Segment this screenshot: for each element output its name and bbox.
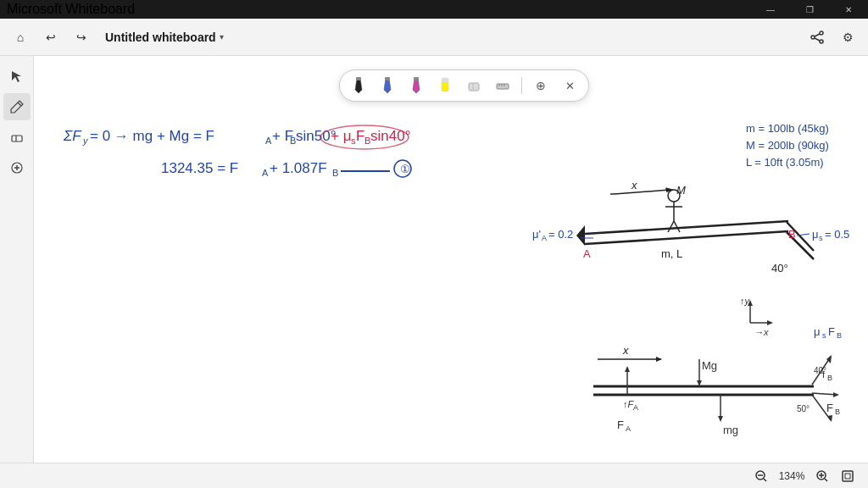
- svg-text:F: F: [826, 402, 833, 414]
- ruler-button[interactable]: [491, 74, 515, 97]
- svg-text:μ': μ': [532, 228, 541, 241]
- zoom-in-button[interactable]: [812, 466, 832, 486]
- svg-line-3: [815, 34, 820, 36]
- svg-text:F: F: [828, 325, 835, 338]
- svg-line-45: [615, 190, 670, 194]
- close-button[interactable]: ✕: [829, 0, 868, 19]
- svg-rect-108: [497, 84, 509, 89]
- whiteboard-title: Untitled whiteboard: [105, 30, 216, 44]
- svg-text:A: A: [262, 168, 269, 178]
- svg-text:+ μ: + μ: [331, 128, 351, 144]
- svg-text:ΣF: ΣF: [63, 128, 82, 144]
- svg-text:B: B: [837, 331, 842, 340]
- svg-text:x: x: [622, 344, 629, 357]
- whiteboard-canvas[interactable]: ΣF y = 0 → mg + Mg = F A + F B sin50° + …: [34, 56, 868, 463]
- title-area[interactable]: Untitled whiteboard ▾: [105, 30, 224, 44]
- main-toolbar: ⌂ ↩ ↪ Untitled whiteboard ▾ ⚙: [0, 19, 868, 56]
- share-button[interactable]: [804, 24, 831, 51]
- svg-text:B: B: [827, 374, 832, 382]
- svg-line-4: [815, 38, 820, 41]
- svg-rect-103: [414, 77, 419, 80]
- svg-text:B: B: [835, 408, 840, 416]
- svg-rect-119: [843, 471, 853, 481]
- svg-rect-106: [469, 83, 479, 91]
- svg-marker-83: [625, 366, 630, 372]
- svg-rect-6: [12, 136, 22, 141]
- settings-button[interactable]: ⚙: [834, 24, 861, 51]
- svg-text:s: s: [819, 234, 823, 242]
- pen-toolbar: ⊕ ✕: [339, 69, 589, 102]
- svg-rect-102: [385, 77, 390, 80]
- svg-line-5: [18, 103, 21, 106]
- svg-text:μ: μ: [812, 228, 819, 241]
- toolbar-divider: [521, 77, 522, 94]
- svg-text:= 0  →  mg + Mg = F: = 0 → mg + Mg = F: [90, 128, 214, 144]
- svg-text:40°: 40°: [814, 366, 826, 375]
- svg-text:M: M: [676, 184, 686, 197]
- svg-text:50°: 50°: [797, 404, 810, 413]
- svg-rect-105: [442, 78, 448, 82]
- left-sidebar: [0, 56, 34, 488]
- svg-text:A: A: [626, 424, 631, 433]
- blue-pen-button[interactable]: [376, 74, 399, 97]
- svg-text:= 0.2: = 0.2: [548, 228, 573, 241]
- svg-text:= 0.5: = 0.5: [825, 228, 849, 241]
- svg-line-34: [585, 221, 788, 234]
- title-chevron-icon: ▾: [220, 32, 224, 42]
- whiteboard-svg: ΣF y = 0 → mg + Mg = F A + F B sin50° + …: [34, 56, 868, 463]
- black-pen-button[interactable]: [347, 74, 370, 97]
- svg-text:A: A: [265, 136, 272, 146]
- status-bar: 134%: [0, 463, 868, 488]
- svg-marker-36: [576, 225, 585, 246]
- svg-text:40°: 40°: [771, 262, 788, 274]
- svg-text:μ: μ: [814, 325, 821, 338]
- svg-text:F: F: [356, 128, 364, 144]
- svg-text:L = 10ft (3.05m): L = 10ft (3.05m): [746, 156, 824, 169]
- svg-text:s: s: [822, 331, 826, 340]
- svg-line-114: [764, 479, 766, 481]
- eraser-tool-button[interactable]: [462, 74, 486, 97]
- svg-text:y: y: [82, 136, 89, 146]
- svg-text:mg: mg: [723, 424, 738, 436]
- svg-marker-91: [833, 392, 839, 397]
- svg-text:x: x: [631, 179, 637, 191]
- minimize-button[interactable]: —: [751, 0, 790, 19]
- svg-text:A: A: [542, 234, 547, 242]
- pen-toolbar-close-button[interactable]: ✕: [558, 74, 581, 97]
- svg-text:1324.35 = F: 1324.35 = F: [161, 160, 238, 176]
- search-add-button[interactable]: ⊕: [529, 74, 553, 97]
- svg-text:→x: →x: [754, 327, 769, 337]
- svg-text:↑y: ↑y: [740, 296, 751, 306]
- svg-text:m, L: m, L: [661, 247, 682, 260]
- pen-tool-button[interactable]: [3, 93, 31, 120]
- svg-marker-63: [767, 320, 773, 325]
- svg-point-2: [820, 40, 823, 43]
- svg-text:F: F: [617, 419, 624, 431]
- svg-text:Mg: Mg: [702, 359, 717, 372]
- svg-text:①: ①: [400, 163, 410, 175]
- svg-marker-80: [718, 416, 723, 422]
- home-button[interactable]: ⌂: [7, 24, 34, 51]
- app-title: Microsoft Whiteboard: [7, 2, 135, 17]
- fit-to-screen-button[interactable]: [837, 466, 858, 486]
- svg-line-43: [668, 221, 674, 232]
- eraser-tool-button[interactable]: [3, 124, 31, 151]
- svg-line-118: [825, 479, 827, 481]
- undo-button[interactable]: ↩: [37, 24, 64, 51]
- svg-text:A: A: [633, 403, 638, 412]
- pink-pen-button[interactable]: [404, 74, 428, 97]
- zoom-out-button[interactable]: [751, 466, 771, 486]
- svg-marker-73: [656, 357, 662, 362]
- zoom-level: 134%: [776, 470, 807, 482]
- svg-point-1: [811, 36, 815, 39]
- titlebar: Microsoft Whiteboard — ❐ ✕: [0, 0, 868, 19]
- svg-text:M = 200lb (90kg): M = 200lb (90kg): [746, 139, 829, 152]
- redo-button[interactable]: ↪: [68, 24, 95, 51]
- insert-button[interactable]: [3, 154, 31, 181]
- yellow-highlighter-button[interactable]: [433, 74, 457, 97]
- restore-button[interactable]: ❐: [790, 0, 829, 19]
- svg-line-44: [674, 221, 680, 232]
- select-tool-button[interactable]: [3, 63, 31, 90]
- svg-rect-101: [356, 77, 361, 80]
- svg-text:B: B: [332, 168, 338, 178]
